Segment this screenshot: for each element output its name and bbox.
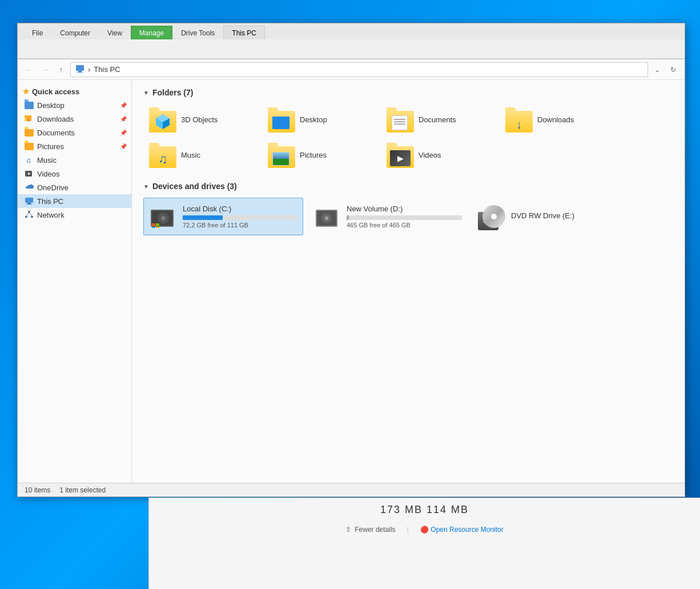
svg-rect-28: [156, 227, 159, 228]
refresh-button[interactable]: ↻: [666, 63, 680, 77]
svg-rect-14: [31, 216, 33, 218]
selection-text: 1 item selected: [59, 486, 106, 494]
view-dropdown-button[interactable]: ⌄: [650, 63, 664, 77]
address-bar-pc-icon: [75, 64, 85, 75]
drive-name-d: New Volume (D:): [347, 205, 462, 213]
pin-icon-downloads: 📌: [120, 116, 127, 122]
svg-rect-11: [26, 204, 32, 205]
drives-section-header[interactable]: ▼ Devices and drives (3): [143, 182, 673, 191]
folders-chevron-icon: ▼: [143, 90, 149, 96]
status-bar: 10 items 1 item selected: [18, 483, 685, 496]
folder-label-desktop: Desktop: [300, 115, 327, 124]
drive-bar-fill-c: [183, 215, 223, 220]
folder-icon-documents: [387, 107, 414, 131]
sidebar-item-pictures[interactable]: Pictures 📌: [18, 139, 131, 153]
folder-label-documents: Documents: [419, 115, 456, 124]
folder-item-pictures[interactable]: Pictures: [262, 139, 376, 170]
ribbon-tabs: File Computer View Manage Drive Tools Th…: [18, 23, 685, 39]
pictures-sidebar-icon: [25, 142, 34, 151]
drive-bar-bg-c: [183, 215, 297, 220]
drive-icon-e: DVD: [478, 203, 505, 230]
explorer-window: File Computer View Manage Drive Tools Th…: [17, 23, 685, 497]
main-area: ★ Quick access Desktop 📌 ↓ Downl: [18, 80, 685, 483]
downloads-sidebar-icon: ↓: [25, 114, 34, 123]
folder-item-desktop[interactable]: Desktop: [262, 104, 376, 135]
sidebar-item-network[interactable]: Network: [18, 208, 131, 222]
svg-line-15: [26, 213, 29, 216]
folder-item-music[interactable]: ♫ Music: [143, 139, 258, 170]
tab-drive-tools[interactable]: Drive Tools: [172, 26, 223, 39]
music-sidebar-icon: ♫: [25, 155, 34, 165]
svg-rect-26: [156, 223, 159, 226]
network-icon: [25, 210, 34, 219]
folder-icon-3dobjects: [149, 107, 176, 131]
folders-grid: 3D Objects Desktop: [143, 104, 673, 170]
pin-icon-desktop: 📌: [120, 102, 127, 109]
tab-manage[interactable]: Manage: [131, 26, 172, 39]
sidebar-item-documents[interactable]: Documents 📌: [18, 126, 131, 139]
folder-item-documents[interactable]: Documents: [381, 104, 495, 135]
svg-rect-27: [152, 227, 155, 228]
pin-icon-pictures: 📌: [120, 143, 127, 150]
fewer-details-button[interactable]: ⇧ Fewer details: [345, 526, 395, 534]
drive-icon-d: [313, 203, 341, 230]
folder-item-videos[interactable]: ▶ Videos: [381, 139, 495, 170]
sidebar-item-music[interactable]: ♫ Music: [18, 153, 131, 167]
drive-info-c: Local Disk (C:) 72,2 GB free of 111 GB: [183, 205, 297, 229]
folder-label-pictures: Pictures: [300, 151, 327, 159]
drive-info-e: DVD RW Drive (E:): [511, 211, 626, 222]
bottom-panel-actions: ⇧ Fewer details | 🔴 Open Resource Monito…: [160, 525, 689, 534]
videos-sidebar-icon: [25, 169, 34, 178]
drives-grid: Local Disk (C:) 72,2 GB free of 111 GB: [143, 198, 673, 235]
folder-item-3dobjects[interactable]: 3D Objects: [143, 104, 258, 135]
folders-section-header[interactable]: ▼ Folders (7): [143, 88, 673, 97]
open-resource-monitor-button[interactable]: 🔴 Open Resource Monitor: [420, 526, 504, 534]
bottom-panel-numbers: 173 MB 114 MB: [160, 504, 689, 516]
drive-item-e[interactable]: DVD DVD RW Drive (E:): [472, 198, 632, 235]
drive-bar-bg-d: [347, 215, 462, 220]
drive-bar-fill-d: [347, 215, 349, 220]
nav-bar: ← → ↑ › This PC ⌄ ↻: [18, 59, 685, 80]
svg-rect-1: [78, 71, 82, 72]
address-text[interactable]: This PC: [94, 65, 120, 74]
folder-item-downloads[interactable]: ↓ Downloads: [500, 104, 614, 135]
ribbon-toolbar: [18, 39, 685, 59]
tab-computer[interactable]: Computer: [51, 26, 99, 39]
folder-label-3dobjects: 3D Objects: [181, 115, 218, 124]
sidebar-item-desktop[interactable]: Desktop 📌: [18, 98, 131, 112]
up-button[interactable]: ↑: [54, 63, 68, 77]
drive-item-c[interactable]: Local Disk (C:) 72,2 GB free of 111 GB: [143, 198, 303, 235]
tab-file[interactable]: File: [23, 26, 51, 39]
svg-line-16: [29, 213, 32, 216]
thispc-icon: [25, 197, 34, 206]
content-area: ▼ Folders (7): [132, 80, 685, 483]
sidebar-item-videos[interactable]: Videos: [18, 167, 131, 181]
fewer-details-icon: ⇧: [345, 526, 351, 534]
svg-rect-9: [25, 198, 33, 203]
svg-rect-2: [77, 72, 83, 73]
drive-item-d[interactable]: New Volume (D:) 465 GB free of 465 GB: [308, 198, 468, 235]
address-bar[interactable]: › This PC: [70, 62, 648, 77]
sidebar: ★ Quick access Desktop 📌 ↓ Downl: [18, 80, 132, 483]
pin-icon-documents: 📌: [120, 130, 127, 136]
quick-access-header[interactable]: ★ Quick access: [18, 85, 131, 98]
documents-sidebar-icon: [25, 128, 34, 137]
drive-icon-c: [150, 203, 177, 230]
forward-button[interactable]: →: [38, 63, 52, 77]
back-button[interactable]: ←: [22, 63, 36, 77]
sidebar-item-thispc[interactable]: This PC: [18, 194, 131, 208]
svg-rect-0: [76, 65, 84, 71]
tab-thispc[interactable]: This PC: [223, 26, 265, 39]
sidebar-item-onedrive[interactable]: OneDrive: [18, 181, 131, 194]
folder-icon-pictures: [268, 143, 295, 167]
tab-view[interactable]: View: [99, 26, 131, 39]
sidebar-item-downloads[interactable]: ↓ Downloads 📌: [18, 112, 131, 126]
folder-label-downloads: Downloads: [537, 115, 574, 124]
folder-label-videos: Videos: [419, 151, 441, 159]
folders-label: Folders (7): [152, 88, 194, 97]
bottom-panel: 173 MB 114 MB ⇧ Fewer details | 🔴 Open R…: [148, 498, 700, 589]
nav-right: ⌄ ↻: [650, 63, 680, 77]
folder-label-music: Music: [181, 151, 200, 159]
breadcrumb-separator: ›: [88, 65, 90, 74]
svg-rect-13: [25, 216, 27, 218]
